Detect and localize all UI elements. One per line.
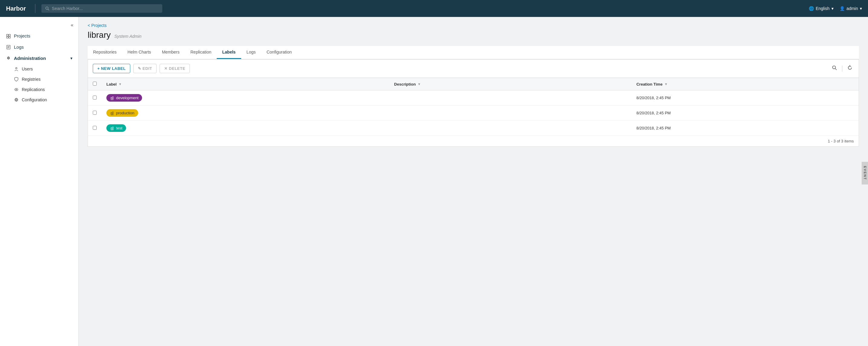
users-icon [14, 66, 19, 71]
page-title: library [88, 30, 111, 40]
table-row: test 8/20/2018, 2:45 PM [88, 121, 859, 136]
svg-line-1 [48, 9, 49, 10]
tab-labels[interactable]: Labels [217, 46, 241, 59]
label-badge-production: production [106, 109, 138, 117]
svg-point-12 [16, 89, 17, 90]
row2-description-cell [389, 106, 632, 121]
registries-icon [14, 77, 19, 82]
row1-creation-time-cell: 8/20/2018, 2:45 PM [632, 90, 859, 106]
table-row: production 8/20/2018, 2:45 PM [88, 106, 859, 121]
sidebar-item-registries[interactable]: Registries [0, 74, 78, 84]
svg-point-13 [16, 99, 17, 100]
labels-toolbar: + NEW LABEL ✎ EDIT ✕ DELETE [88, 60, 859, 78]
creation-time-filter-icon[interactable]: ▼ [664, 82, 668, 86]
row1-label-cell: development [101, 90, 389, 106]
row2-checkbox[interactable] [93, 111, 97, 115]
language-chevron: ▾ [831, 6, 834, 11]
tab-logs[interactable]: Logs [241, 46, 261, 59]
svg-point-11 [16, 67, 17, 69]
sidebar-item-replications[interactable]: Replications [0, 84, 78, 95]
tab-members[interactable]: Members [157, 46, 185, 59]
refresh-button[interactable] [846, 64, 854, 73]
row3-checkbox[interactable] [93, 126, 97, 130]
pagination-summary: 1 - 3 of 3 items [828, 139, 854, 143]
sidebar-configuration-label: Configuration [22, 97, 47, 102]
refresh-icon [847, 65, 852, 70]
pagination-row: 1 - 3 of 3 items [88, 136, 859, 146]
svg-point-0 [45, 7, 48, 9]
labels-card: + NEW LABEL ✎ EDIT ✕ DELETE [88, 59, 859, 147]
svg-rect-3 [9, 34, 10, 36]
language-selector[interactable]: 🌐 English ▾ [809, 6, 834, 11]
edit-button[interactable]: ✎ EDIT [133, 64, 157, 73]
svg-rect-23 [113, 127, 114, 129]
nav-right: 🌐 English ▾ 👤 admin ▾ [809, 6, 862, 11]
label-filter-icon[interactable]: ▼ [119, 82, 122, 86]
user-menu[interactable]: 👤 admin ▾ [840, 6, 862, 11]
sidebar-registries-label: Registries [22, 77, 40, 82]
breadcrumb[interactable]: < Projects [88, 23, 859, 28]
toolbar-right [831, 64, 854, 73]
sidebar-item-users[interactable]: Users [0, 64, 78, 74]
globe-icon: 🌐 [809, 6, 814, 11]
table-row: development 8/20/2018, 2:45 PM [88, 90, 859, 106]
svg-rect-22 [111, 127, 112, 129]
system-admin-badge: System Admin [114, 34, 142, 39]
sidebar-users-label: Users [22, 66, 33, 71]
row2-creation-time-cell: 8/20/2018, 2:45 PM [632, 106, 859, 121]
sidebar-replications-label: Replications [22, 87, 45, 92]
search-input[interactable] [52, 6, 159, 11]
row1-checkbox-cell [88, 90, 101, 106]
sidebar-item-logs[interactable]: Logs [0, 41, 78, 53]
search-box[interactable] [41, 4, 162, 13]
row1-checkbox[interactable] [93, 95, 97, 99]
top-navigation: Harbor 🌐 English ▾ 👤 admin ▾ [0, 0, 868, 17]
delete-button[interactable]: ✕ DELETE [160, 64, 190, 73]
sidebar-administration-header[interactable]: Administration ▾ [0, 53, 78, 64]
tab-helm-charts[interactable]: Helm Charts [122, 46, 157, 59]
production-label-icon [110, 111, 114, 115]
event-tab[interactable]: EVENT [862, 162, 868, 184]
sidebar-item-configuration[interactable]: Configuration [0, 95, 78, 105]
tab-repositories[interactable]: Repositories [88, 46, 122, 59]
row2-label-cell: production [101, 106, 389, 121]
tab-bar: Repositories Helm Charts Members Replica… [88, 46, 859, 59]
svg-rect-16 [111, 97, 112, 99]
search-toolbar-button[interactable] [831, 64, 838, 73]
sidebar: « Projects Logs A [0, 17, 79, 346]
user-icon: 👤 [840, 6, 845, 11]
row3-creation-time-cell: 8/20/2018, 2:45 PM [632, 121, 859, 136]
description-filter-icon[interactable]: ▼ [418, 82, 421, 86]
new-label-button[interactable]: + NEW LABEL [93, 64, 130, 73]
sidebar-collapse-button[interactable]: « [71, 22, 73, 28]
nav-divider [35, 4, 35, 13]
labels-table: Label ▼ Description ▼ Cr [88, 78, 859, 136]
app-logo: Harbor [6, 5, 26, 12]
row3-label-cell: test [101, 121, 389, 136]
search-toolbar-icon [832, 65, 837, 70]
svg-rect-17 [113, 96, 114, 99]
tab-replication[interactable]: Replication [185, 46, 217, 59]
description-column-header: Description ▼ [389, 78, 632, 90]
administration-icon [6, 56, 11, 61]
sidebar-administration-label: Administration [14, 56, 46, 61]
svg-rect-2 [7, 34, 8, 36]
svg-point-14 [833, 66, 836, 69]
toolbar-divider [842, 66, 842, 72]
svg-rect-20 [113, 112, 114, 114]
development-label-icon [110, 96, 114, 100]
tab-configuration[interactable]: Configuration [261, 46, 297, 59]
administration-chevron: ▾ [70, 56, 72, 60]
projects-icon [6, 34, 11, 38]
replications-icon [14, 87, 19, 92]
row2-checkbox-cell [88, 106, 101, 121]
test-label-icon [110, 126, 114, 131]
svg-rect-5 [9, 36, 10, 38]
svg-rect-19 [111, 112, 112, 114]
sidebar-item-projects[interactable]: Projects [0, 30, 78, 41]
select-all-checkbox[interactable] [93, 82, 97, 86]
sidebar-item-logs-label: Logs [14, 45, 24, 50]
main-content: < Projects library System Admin Reposito… [79, 17, 868, 346]
language-label: English [816, 6, 830, 11]
logs-icon [6, 45, 11, 50]
